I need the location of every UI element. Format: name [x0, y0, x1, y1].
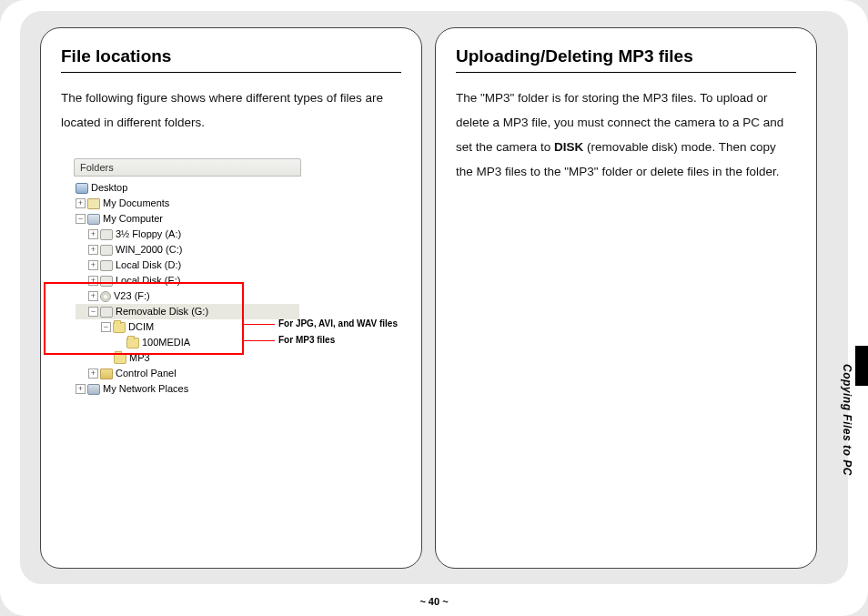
tree-row-mydocs[interactable]: + My Documents: [76, 196, 299, 211]
floppy-icon: [100, 229, 113, 240]
tree-label: MP3: [129, 350, 150, 366]
tree-row-removable[interactable]: − Removable Disk (G:): [76, 304, 299, 319]
tree-label: My Network Places: [103, 381, 188, 397]
para-bold: DISK: [554, 140, 583, 154]
tree-row-mp3[interactable]: MP3: [76, 350, 299, 366]
folders-tree-widget: Folders Desktop + My Documents − My Comp…: [74, 158, 301, 399]
expand-icon[interactable]: +: [76, 384, 86, 394]
page-number: ~ 40 ~: [0, 596, 868, 607]
network-places-icon: [87, 384, 100, 395]
cd-icon: [100, 291, 111, 302]
callout-line-media: [244, 324, 275, 325]
tree-row-floppy[interactable]: + 3½ Floppy (A:): [76, 227, 299, 242]
section-side-label: Copying Files to PC: [841, 364, 853, 476]
tree-row-control[interactable]: + Control Panel: [76, 366, 299, 381]
manual-page: File locations The following figure show…: [0, 0, 868, 616]
tree-row-win2000[interactable]: + WIN_2000 (C:): [76, 242, 299, 258]
intro-text: The following figure shows where differe…: [61, 86, 401, 135]
drive-icon: [100, 276, 113, 287]
expand-icon[interactable]: +: [88, 276, 98, 286]
collapse-icon[interactable]: −: [88, 307, 98, 317]
folder-icon: [114, 353, 126, 364]
tree-row-desktop[interactable]: Desktop: [76, 180, 299, 196]
heading-file-locations: File locations: [61, 46, 401, 73]
removable-disk-icon: [100, 307, 113, 318]
folder-icon: [126, 338, 139, 348]
folder-tree: Desktop + My Documents − My Computer +: [74, 177, 301, 399]
tree-row-network[interactable]: + My Network Places: [76, 381, 299, 397]
expand-icon[interactable]: +: [88, 260, 98, 270]
tree-label: V23 (F:): [114, 288, 150, 304]
expand-icon[interactable]: +: [88, 291, 98, 301]
collapse-icon[interactable]: −: [101, 322, 111, 332]
expand-icon[interactable]: +: [88, 369, 98, 379]
heading-uploading: Uploading/Deleting MP3 files: [456, 46, 796, 73]
tree-label: Removable Disk (G:): [116, 304, 208, 319]
tree-label: Local Disk (D:): [116, 258, 181, 273]
expand-icon[interactable]: +: [88, 229, 98, 239]
tree-row-localD[interactable]: + Local Disk (D:): [76, 258, 299, 273]
callout-media: For JPG, AVI, and WAV files: [278, 318, 398, 328]
tree-row-mycomputer[interactable]: − My Computer: [76, 211, 299, 227]
computer-icon: [87, 214, 100, 225]
tree-label: Control Panel: [116, 366, 177, 381]
drive-icon: [100, 260, 113, 271]
tree-row-dcim[interactable]: − DCIM: [76, 319, 299, 335]
collapse-icon[interactable]: −: [76, 214, 86, 224]
tree-label: DCIM: [128, 319, 154, 335]
control-panel-icon: [100, 369, 113, 379]
tree-label: 100MEDIA: [142, 335, 190, 350]
documents-icon: [87, 198, 100, 209]
uploading-paragraph: The "MP3" folder is for storing the MP3 …: [456, 86, 796, 184]
tree-label: Desktop: [91, 180, 127, 196]
expand-icon[interactable]: +: [76, 198, 86, 208]
callout-mp3: For MP3 files: [278, 335, 335, 345]
folders-header: Folders: [74, 158, 301, 177]
desktop-icon: [76, 183, 88, 194]
tree-row-100media[interactable]: 100MEDIA: [76, 335, 299, 350]
tree-label: 3½ Floppy (A:): [116, 227, 181, 242]
tree-label: Local Disk (E:): [116, 273, 181, 288]
folder-icon: [113, 322, 126, 333]
callout-line-mp3: [244, 340, 275, 341]
tree-label: My Computer: [103, 211, 163, 227]
tree-row-v23[interactable]: + V23 (F:): [76, 288, 299, 304]
panel-uploading: Uploading/Deleting MP3 files The "MP3" f…: [435, 27, 817, 569]
tree-label: WIN_2000 (C:): [116, 242, 182, 258]
expand-icon[interactable]: +: [88, 245, 98, 255]
drive-icon: [100, 245, 113, 256]
tree-row-localE[interactable]: + Local Disk (E:): [76, 273, 299, 288]
panel-file-locations: File locations The following figure show…: [40, 27, 422, 569]
side-tab: [855, 346, 868, 386]
tree-label: My Documents: [103, 196, 169, 211]
